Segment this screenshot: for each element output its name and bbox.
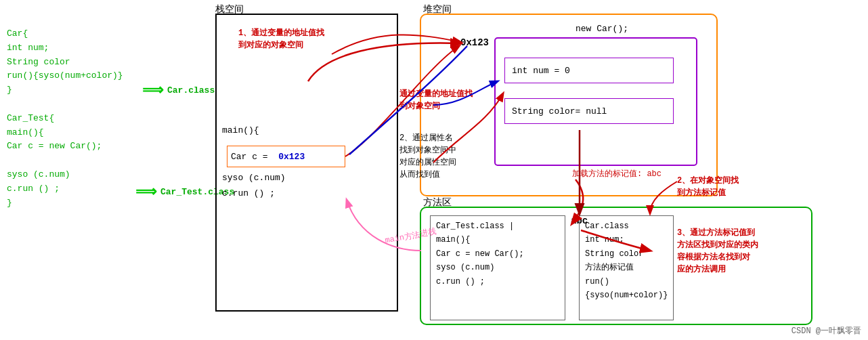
new-car-label: new Car();	[576, 24, 628, 34]
anno2-line2: 到对象空间	[399, 100, 473, 112]
car-c-box: Car c = 0x123	[227, 146, 345, 167]
ox123-stack-label: 0x123	[278, 152, 305, 162]
car-method-mark: 方法的标记值	[585, 261, 668, 274]
annotation-5: 3、通过方法标记值到 方法区找到对应的类内 容根据方法名找到对 应的方法调用	[677, 227, 758, 276]
method-syso: syso (c.num)	[436, 261, 559, 274]
string-color-line: String color	[7, 56, 123, 70]
anno1-line1: 1、通过变量的地址值找	[238, 27, 324, 39]
car-c-label: Car c =	[231, 152, 268, 162]
anno3-line1: 2、通过属性名	[399, 132, 456, 144]
run-method-line: run(){syso(num+color)}	[7, 69, 123, 83]
string-color-box: String color= null	[504, 98, 674, 124]
main-method-line: main(){	[7, 126, 123, 140]
close-brace1: }	[7, 83, 123, 98]
anno1-line2: 到对应的对象空间	[238, 39, 324, 51]
method-c-run: c.run () ;	[436, 275, 559, 289]
anno5-line2: 方法区找到对应的类内	[677, 239, 758, 251]
diagram-container: Car{ int num; String color run(){syso(nu…	[0, 0, 868, 340]
anno5-line1: 3、通过方法标记值到	[677, 227, 758, 239]
stack-main-open: main(){	[222, 125, 259, 135]
anno5-line4: 应的方法调用	[677, 263, 758, 276]
car-inner-box: Car.class int num; String color 方法的标记值 r…	[579, 215, 674, 320]
c-run-line: c.run () ;	[7, 182, 123, 196]
car-int-num: int num;	[585, 233, 668, 247]
syso-line: syso (c.num)	[7, 168, 123, 182]
anno4-line1: 2、在对象空间找	[677, 175, 739, 187]
annotation-1: 1、通过变量的地址值找 到对应的对象空间	[238, 27, 324, 51]
car-test-inner-box: Car_Test.class | main(){ Car c = new Car…	[430, 215, 565, 320]
load-method-label: 加载方法的标记值: abc	[572, 168, 661, 179]
car-test-arrow-icon: ⟹	[135, 183, 157, 201]
anno3-line3: 对应的属性空间	[399, 156, 456, 169]
ox123-heap-label: 0x123	[460, 37, 489, 48]
car-class-label: Car.class	[167, 85, 215, 95]
left-code: Car{ int num; String color run(){syso(nu…	[7, 27, 123, 210]
method-car-test-label: Car_Test.class |	[436, 219, 559, 233]
anno3-line4: 从而找到值	[399, 169, 456, 181]
stack-syso: syso (c.num)	[222, 173, 286, 183]
anno3-line2: 找到对象空间中	[399, 144, 456, 156]
car-class-arrow-group: ⟹ Car.class	[142, 81, 215, 100]
int-num-box: int num = 0	[504, 58, 674, 83]
anno2-line1: 通过变量的地址值找	[399, 88, 473, 100]
car-c-new-line: Car c = new Car();	[7, 140, 123, 154]
int-num-line: int num;	[7, 41, 123, 56]
csdn-watermark: CSDN @一叶飘零晋	[791, 325, 861, 337]
anno5-line3: 容根据方法名找到对	[677, 251, 758, 263]
method-main-open: main(){	[436, 233, 559, 247]
car-run-method: run(){syso(num+color)}	[585, 275, 668, 303]
close-brace2: }	[7, 196, 123, 211]
car-test-class-open: Car_Test{	[7, 112, 123, 126]
car-string-color: String color	[585, 247, 668, 261]
anno4-line2: 到方法标记值	[677, 187, 739, 199]
annotation-4: 2、在对象空间找 到方法标记值	[677, 175, 739, 199]
method-car-c-new: Car c = new Car();	[436, 247, 559, 261]
car-class-open: Car{	[7, 27, 123, 41]
car-class-inner-label: Car.class	[585, 219, 668, 233]
annotation-2: 通过变量的地址值找 到对象空间	[399, 88, 473, 112]
stack-crun: c.run () ;	[222, 188, 275, 198]
car-arrow-icon: ⟹	[142, 81, 164, 100]
annotation-3: 2、通过属性名 找到对象空间中 对应的属性空间 从而找到值	[399, 132, 456, 181]
